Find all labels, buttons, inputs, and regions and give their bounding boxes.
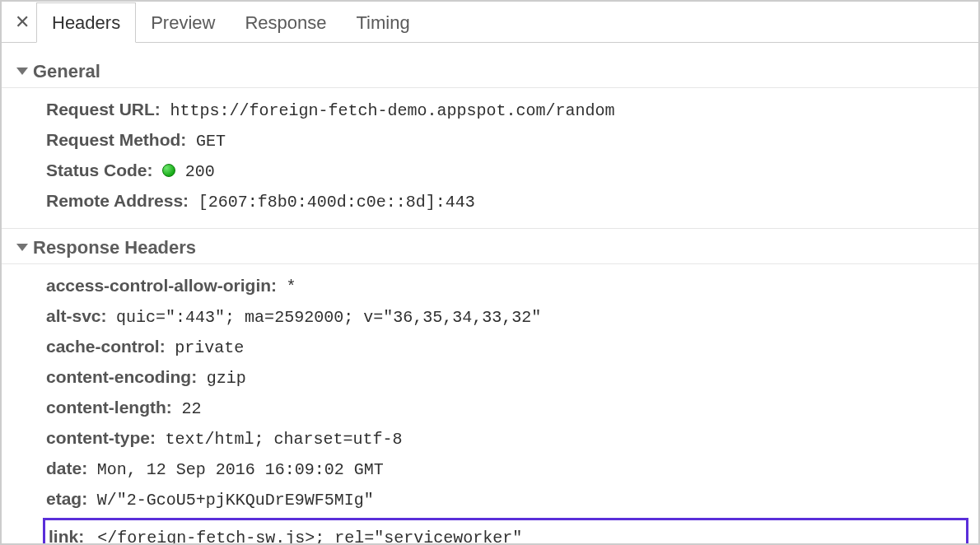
section-general: General Request URL: https://foreign-fet… [2, 51, 978, 221]
status-ok-icon [162, 164, 175, 177]
response-headers-list: access-control-allow-origin: * alt-svc: … [2, 271, 978, 515]
label-cache: cache-control: [46, 337, 166, 356]
tab-headers[interactable]: Headers [36, 2, 136, 43]
headers-content: General Request URL: https://foreign-fet… [2, 43, 978, 545]
value-remote-address: [2607:f8b0:400d:c0e::8d]:443 [198, 193, 475, 212]
label-etag: etag: [46, 489, 87, 508]
section-response-headers: Response Headers access-control-allow-or… [2, 221, 978, 545]
value-etag: W/"2-GcoU5+pjKKQuDrE9WF5MIg" [97, 491, 374, 510]
label-cenc: content-encoding: [46, 367, 197, 386]
section-response-headers-title: Response Headers [33, 237, 196, 259]
chevron-down-icon [16, 244, 28, 251]
label-status-code: Status Code: [46, 161, 153, 179]
row-date: date: Mon, 12 Sep 2016 16:09:02 GMT [46, 454, 978, 484]
row-etag: etag: W/"2-GcoU5+pjKKQuDrE9WF5MIg" [46, 484, 978, 515]
value-request-method: GET [196, 132, 226, 151]
row-ctype: content-type: text/html; charset=utf-8 [46, 423, 978, 454]
label-request-method: Request Method: [46, 130, 186, 149]
row-cache: cache-control: private [46, 332, 978, 362]
row-remote-address: Remote Address: [2607:f8b0:400d:c0e::8d]… [46, 186, 978, 217]
highlighted-headers: link: </foreign-fetch-sw.js>; rel="servi… [43, 518, 968, 545]
section-general-header[interactable]: General [2, 58, 978, 88]
general-list: Request URL: https://foreign-fetch-demo.… [2, 95, 978, 217]
chevron-down-icon [16, 68, 28, 75]
tabbar: ✕ Headers Preview Response Timing [2, 2, 978, 43]
label-clen: content-length: [46, 398, 172, 417]
label-remote-address: Remote Address: [46, 191, 189, 210]
row-status-code: Status Code: 200 [46, 156, 978, 186]
value-request-url: https://foreign-fetch-demo.appspot.com/r… [170, 101, 614, 120]
close-icon[interactable]: ✕ [8, 2, 36, 42]
value-status-code: 200 [185, 162, 215, 181]
row-link: link: </foreign-fetch-sw.js>; rel="servi… [49, 522, 963, 545]
tab-preview[interactable]: Preview [136, 2, 230, 43]
row-clen: content-length: 22 [46, 393, 978, 423]
value-cenc: gzip [207, 369, 246, 388]
row-request-url: Request URL: https://foreign-fetch-demo.… [46, 95, 978, 125]
label-ctype: content-type: [46, 428, 156, 447]
row-request-method: Request Method: GET [46, 125, 978, 156]
value-date: Mon, 12 Sep 2016 16:09:02 GMT [97, 460, 384, 479]
value-cache: private [175, 338, 244, 357]
value-acao: * [287, 277, 296, 296]
value-altsvc: quic=":443"; ma=2592000; v="36,35,34,33,… [116, 308, 541, 327]
label-link: link: [49, 527, 84, 545]
section-general-title: General [33, 61, 100, 82]
label-date: date: [46, 459, 87, 477]
row-altsvc: alt-svc: quic=":443"; ma=2592000; v="36,… [46, 301, 978, 332]
row-cenc: content-encoding: gzip [46, 362, 978, 393]
row-acao: access-control-allow-origin: * [46, 271, 978, 301]
tab-response[interactable]: Response [230, 2, 341, 43]
value-link: </foreign-fetch-sw.js>; rel="servicework… [97, 529, 522, 545]
network-detail-panel: ✕ Headers Preview Response Timing Genera… [0, 0, 980, 545]
section-response-headers-header[interactable]: Response Headers [2, 228, 978, 264]
label-altsvc: alt-svc: [46, 306, 107, 325]
value-clen: 22 [181, 399, 201, 418]
label-request-url: Request URL: [46, 100, 161, 119]
label-acao: access-control-allow-origin: [46, 276, 277, 295]
value-ctype: text/html; charset=utf-8 [166, 430, 403, 449]
tab-timing[interactable]: Timing [341, 2, 424, 43]
